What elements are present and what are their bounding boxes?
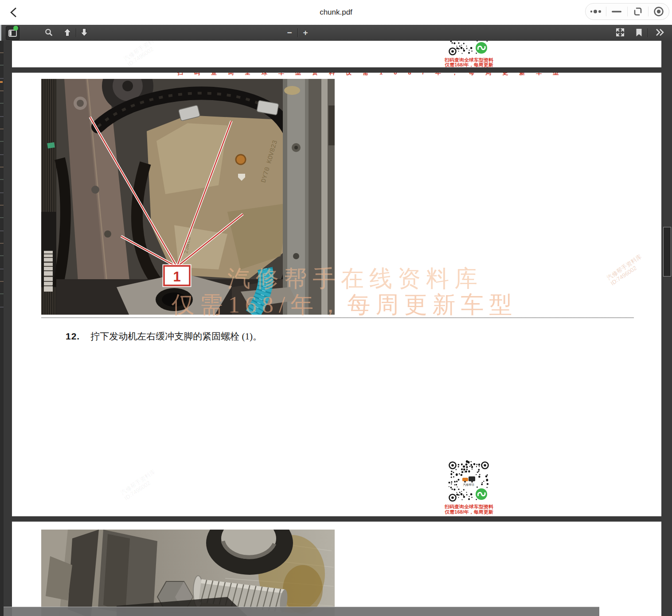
vertical-scrollbar-thumb[interactable] <box>663 227 671 277</box>
qr-caption-line2: 仅需168/年，每周更新 <box>436 510 502 515</box>
minimize-button[interactable] <box>606 4 627 19</box>
callout-label-box: 1 <box>164 266 190 285</box>
minimize-icon <box>611 10 622 13</box>
svg-text:汽修帮手: 汽修帮手 <box>463 483 475 487</box>
pdf-page-7 <box>12 522 661 616</box>
zoom-in-button[interactable]: + <box>300 26 311 39</box>
horizontal-scrollbar[interactable] <box>4 607 599 616</box>
qr-code-image: 汽修帮手 <box>446 459 491 504</box>
diagonal-watermark: 汽修帮手资料库 ID:7496002 <box>119 468 160 502</box>
section-divider-line <box>41 317 634 318</box>
more-dots-icon <box>589 8 602 15</box>
qr-caption-line2: 仅需168/年，每周更新 <box>436 62 502 67</box>
pdf-page-6: 扫码查询全球车型资料仅需168/年，每周更新车型 <box>12 73 661 516</box>
vertical-scrollbar-track[interactable] <box>661 41 672 616</box>
bookmark-icon <box>636 28 642 37</box>
presentation-mode-button[interactable] <box>613 26 627 39</box>
fullscreen-icon <box>616 28 625 37</box>
document-title: chunk.pdf <box>0 0 672 25</box>
qr-caption-line1: 扫码查询全球车型资料 <box>436 58 502 62</box>
previous-page-button[interactable] <box>61 26 74 39</box>
engine-bay-photo: DY70 KOV823 23WLB <box>41 79 335 315</box>
pdf-viewer-window: chunk.pdf <box>0 0 672 616</box>
toolbar-divider <box>297 28 298 37</box>
sidebar-notification-dot <box>13 26 18 31</box>
background-fleck <box>0 81 3 83</box>
restore-button[interactable] <box>628 4 648 19</box>
wechat-green-badge <box>476 488 487 500</box>
step-instruction: 12.拧下发动机左右缓冲支脚的紧固螺栓 (1)。 <box>66 330 262 343</box>
qr-code-partial: 汽修帮手 <box>446 41 491 58</box>
close-record-button[interactable] <box>649 4 669 19</box>
zoom-in-glyph: + <box>303 28 308 37</box>
pdf-page-5: 汽修帮手资料库 ID:7496002 汽修帮手 <box>12 41 661 67</box>
background-strip <box>0 41 4 616</box>
toolbar-divider <box>648 28 648 37</box>
zoom-out-button[interactable]: − <box>284 26 295 39</box>
window-controls <box>585 3 669 20</box>
next-page-button[interactable] <box>78 26 91 39</box>
step-number: 12. <box>66 331 80 341</box>
pdf-toolbar: / 15 − + 自动缩放 <box>0 25 672 41</box>
bolt-closeup-photo <box>41 530 335 616</box>
wechat-green-badge <box>476 42 487 54</box>
titlebar: chunk.pdf <box>0 0 672 25</box>
callout-label-text: 1 <box>173 269 180 285</box>
record-circle-icon <box>653 6 664 17</box>
double-chevron-icon <box>655 28 665 36</box>
more-options-button[interactable] <box>586 4 606 19</box>
clipped-red-text: 扫码查询全球车型资料仅需168/年，每周更新车型 <box>177 73 602 75</box>
background-strip-edge <box>0 25 1 41</box>
toolbar-divider <box>76 28 76 37</box>
qr-code-image: 汽修帮手 <box>446 41 491 58</box>
more-tools-button[interactable] <box>652 26 668 39</box>
zoom-out-glyph: − <box>287 28 292 37</box>
search-button[interactable] <box>42 26 55 39</box>
qr-code: 汽修帮手 <box>446 459 491 504</box>
bookmark-button[interactable] <box>633 26 645 39</box>
diagonal-watermark: 汽修帮手资料库 ID:7496002 <box>606 253 646 287</box>
page-down-icon <box>80 28 88 36</box>
page-up-icon <box>63 28 71 36</box>
qr-caption-line1: 扫码查询全球车型资料 <box>436 504 502 509</box>
step-text: 拧下发动机左右缓冲支脚的紧固螺栓 (1)。 <box>90 331 262 342</box>
search-icon <box>45 28 53 36</box>
restore-icon <box>633 7 643 16</box>
